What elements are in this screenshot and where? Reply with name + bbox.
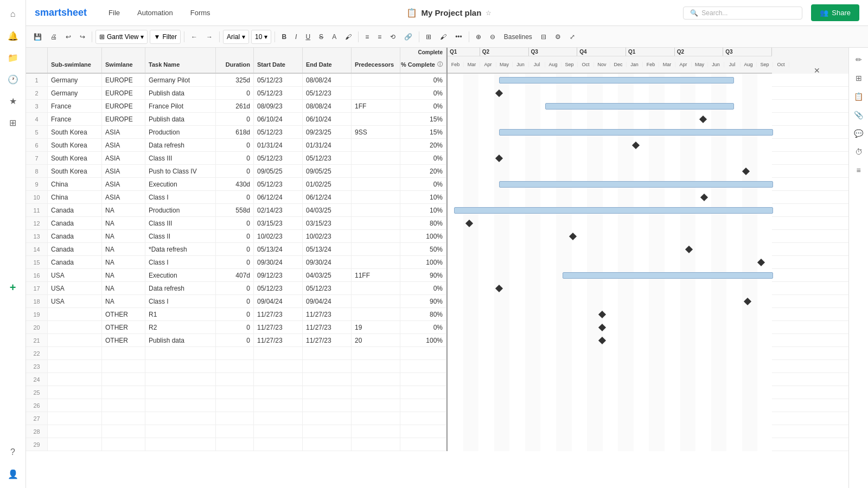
cell[interactable]: 261d: [216, 100, 254, 112]
font-size-dropdown[interactable]: 10 ▾: [251, 30, 271, 44]
table-row[interactable]: 4FranceEUROPEPublish data006/10/2406/10/…: [26, 113, 848, 126]
cell[interactable]: 618d: [216, 126, 254, 138]
cell[interactable]: [102, 412, 145, 425]
right-form-icon[interactable]: 📋: [851, 89, 866, 104]
cell[interactable]: 11/27/23: [303, 321, 352, 333]
cell[interactable]: 0: [216, 217, 254, 229]
cell[interactable]: 09/05/25: [254, 165, 303, 177]
cell[interactable]: 430d: [216, 178, 254, 190]
share-button[interactable]: 👥 Share: [811, 4, 859, 21]
cell[interactable]: 0: [216, 295, 254, 307]
more-button[interactable]: •••: [452, 29, 465, 44]
cell[interactable]: [145, 438, 216, 451]
cell[interactable]: [303, 438, 352, 451]
cell[interactable]: 0: [216, 139, 254, 151]
cell[interactable]: [48, 425, 102, 438]
cell[interactable]: [48, 438, 102, 451]
cell[interactable]: Germany: [48, 74, 102, 86]
zoom-out-button[interactable]: ⊖: [487, 29, 499, 44]
cell[interactable]: NA: [102, 295, 145, 307]
cell[interactable]: 05/12/23: [254, 152, 303, 164]
cell[interactable]: [400, 347, 446, 359]
cell[interactable]: 15%: [400, 126, 446, 138]
cell[interactable]: 90%: [400, 295, 446, 307]
cell[interactable]: OTHER: [102, 308, 145, 320]
cell[interactable]: [216, 360, 254, 373]
indent-button[interactable]: →: [203, 29, 216, 44]
col-header-start-date[interactable]: Start Date: [254, 56, 303, 73]
cell[interactable]: OTHER: [102, 321, 145, 333]
sidebar-clock-icon[interactable]: 🕐: [3, 69, 23, 89]
cell[interactable]: [303, 425, 352, 438]
cell[interactable]: [216, 347, 254, 359]
table-row[interactable]: 16USANAExecution407d09/12/2304/03/2511FF…: [26, 269, 848, 282]
cell[interactable]: [352, 347, 400, 359]
cell[interactable]: NA: [102, 282, 145, 294]
cell[interactable]: [303, 373, 352, 386]
cell[interactable]: 09/23/25: [303, 126, 352, 138]
cell[interactable]: [145, 360, 216, 373]
cell[interactable]: South Korea: [48, 126, 102, 138]
cell[interactable]: 09/05/25: [303, 165, 352, 177]
cell[interactable]: 10/02/23: [254, 230, 303, 242]
cell[interactable]: [145, 412, 216, 425]
cell[interactable]: OTHER: [102, 334, 145, 346]
cell[interactable]: [352, 308, 400, 320]
cell[interactable]: [352, 217, 400, 229]
align-center-button[interactable]: ≡: [374, 29, 385, 44]
cell[interactable]: 05/13/24: [254, 243, 303, 255]
cell[interactable]: 11/27/23: [254, 321, 303, 333]
cell[interactable]: [352, 282, 400, 294]
cell[interactable]: 0: [216, 152, 254, 164]
table-row[interactable]: 23: [26, 360, 848, 373]
align-left-button[interactable]: ≡: [362, 29, 372, 44]
bold-button[interactable]: B: [278, 29, 290, 44]
cell[interactable]: [352, 295, 400, 307]
settings-button[interactable]: ⚙: [552, 29, 564, 44]
cell[interactable]: 19: [352, 321, 400, 333]
cell[interactable]: 0%: [400, 152, 446, 164]
cell[interactable]: [254, 386, 303, 399]
cell[interactable]: [216, 386, 254, 399]
cell[interactable]: [303, 412, 352, 425]
cell[interactable]: 10%: [400, 191, 446, 203]
right-pencil-icon[interactable]: ✏: [851, 52, 866, 67]
cell[interactable]: 09/30/24: [303, 256, 352, 268]
cell[interactable]: [145, 386, 216, 399]
cell[interactable]: 0%: [400, 321, 446, 333]
table-row[interactable]: 22: [26, 347, 848, 360]
cell[interactable]: USA: [48, 282, 102, 294]
cell[interactable]: ASIA: [102, 191, 145, 203]
cell[interactable]: Canada: [48, 230, 102, 242]
cell[interactable]: 11/27/23: [303, 334, 352, 346]
cell[interactable]: 01/31/24: [254, 139, 303, 151]
italic-button[interactable]: I: [292, 29, 300, 44]
redo-button[interactable]: ↪: [76, 29, 88, 44]
cell[interactable]: [352, 386, 400, 399]
table-row[interactable]: 12CanadaNAClass III003/15/2303/15/2380%: [26, 217, 848, 230]
print-button[interactable]: 🖨: [47, 29, 60, 44]
col-header-pct-complete[interactable]: % Complete ⓘ: [400, 56, 446, 73]
cell[interactable]: [216, 412, 254, 425]
cell[interactable]: [48, 386, 102, 399]
gantt-bar[interactable]: [454, 207, 773, 214]
table-row[interactable]: 28: [26, 425, 848, 438]
cell[interactable]: [352, 412, 400, 425]
cell[interactable]: [145, 347, 216, 359]
cell[interactable]: 0: [216, 334, 254, 346]
cell[interactable]: [400, 425, 446, 438]
cell[interactable]: EUROPE: [102, 100, 145, 112]
font-dropdown[interactable]: Arial ▾: [223, 30, 249, 44]
gantt-bar[interactable]: [499, 181, 773, 188]
gantt-bar[interactable]: [545, 103, 734, 110]
right-table-icon[interactable]: ⊞: [851, 70, 866, 86]
table-row[interactable]: 11CanadaNAProduction558d02/14/2304/03/25…: [26, 204, 848, 217]
cell[interactable]: EUROPE: [102, 87, 145, 99]
cell[interactable]: Data refresh: [145, 282, 216, 294]
table-row[interactable]: 2GermanyEUROPEPublish data005/12/2305/12…: [26, 87, 848, 100]
outdent-button[interactable]: ←: [188, 29, 201, 44]
cell[interactable]: [352, 373, 400, 386]
cell[interactable]: EUROPE: [102, 113, 145, 125]
cell[interactable]: [352, 165, 400, 177]
cell[interactable]: 08/08/24: [303, 74, 352, 86]
